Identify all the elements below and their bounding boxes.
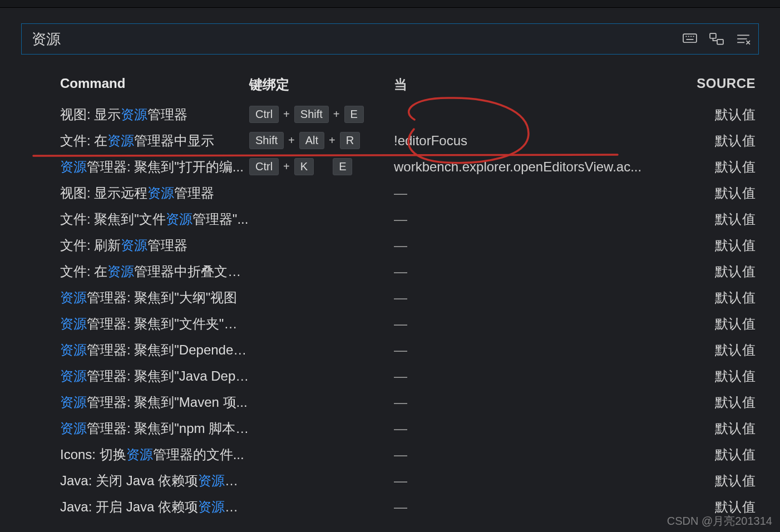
source-cell: 默认值 [667,446,759,464]
when-cell: — [394,264,667,279]
source-cell: 默认值 [667,472,759,490]
source-cell: 默认值 [667,393,759,411]
command-cell: 资源管理器: 聚焦到"npm 脚本"... [21,420,249,437]
when-cell: — [394,185,667,201]
command-cell: 资源管理器: 聚焦到"Java Depe... [21,367,249,385]
key-cap: E [344,106,364,123]
when-cell: workbench.explorer.openEditorsView.ac... [394,159,667,175]
when-cell: !editorFocus [394,133,667,149]
svg-rect-6 [710,33,716,38]
sort-precedence-icon[interactable] [709,33,724,45]
keybinding-search-box[interactable]: 资源 [21,23,759,55]
table-row[interactable]: 资源管理器: 聚焦到"Maven 项...—默认值 [21,389,759,415]
key-cap: K [294,158,314,175]
command-cell: 视图: 显示资源管理器 [21,106,249,124]
when-cell: — [394,211,667,227]
source-cell: 默认值 [667,132,759,150]
command-cell: 资源管理器: 聚焦到"大纲"视图 [21,289,249,307]
command-cell: 资源管理器: 聚焦到"Dependen... [21,341,249,359]
table-row[interactable]: 文件: 在资源管理器中显示Shift+Alt+R!editorFocus默认值 [21,127,759,154]
source-cell: 默认值 [667,341,759,359]
table-row[interactable]: 文件: 聚焦到"文件资源管理器"...—默认值 [21,206,759,232]
command-cell: 文件: 在资源管理器中显示 [21,132,249,150]
table-row[interactable]: 资源管理器: 聚焦到"Dependen...—默认值 [21,337,759,363]
record-keys-icon[interactable] [683,33,697,45]
when-cell: — [394,499,667,515]
header-command[interactable]: Command [21,76,249,93]
when-cell: — [394,368,667,384]
command-cell: Java: 开启 Java 依赖项资源管... [21,498,249,516]
command-cell: 资源管理器: 聚焦到"Maven 项... [21,393,249,411]
when-cell: — [394,342,667,358]
source-cell: 默认值 [667,237,759,254]
table-row[interactable]: 资源管理器: 聚焦到"大纲"视图—默认值 [21,284,759,311]
command-cell: 资源管理器: 聚焦到"打开的编... [21,158,249,176]
table-body: 视图: 显示资源管理器Ctrl+Shift+E默认值文件: 在资源管理器中显示S… [21,101,759,520]
command-cell: 文件: 聚焦到"文件资源管理器"... [21,210,249,228]
when-cell: — [394,316,667,332]
table-row[interactable]: 视图: 显示远程资源管理器—默认值 [21,180,759,206]
key-cap: Shift [249,132,284,149]
keybinding-cell: Shift+Alt+R [249,132,394,149]
source-cell: 默认值 [667,498,759,516]
table-row[interactable]: 资源管理器: 聚焦到"Java Depe...—默认值 [21,363,759,389]
when-cell: — [394,290,667,306]
command-cell: 视图: 显示远程资源管理器 [21,184,249,202]
key-cap: R [340,132,360,149]
header-when[interactable]: 当 [394,76,667,93]
source-cell: 默认值 [667,106,759,124]
source-cell: 默认值 [667,289,759,307]
table-row[interactable]: 资源管理器: 聚焦到"文件夹"视图—默认值 [21,311,759,337]
header-keybinding[interactable]: 键绑定 [249,76,394,93]
table-row[interactable]: 资源管理器: 聚焦到"打开的编...Ctrl+KEworkbench.explo… [21,154,759,180]
key-cap: Shift [294,106,329,123]
search-input-value[interactable]: 资源 [32,29,672,49]
source-cell: 默认值 [667,184,759,202]
table-row[interactable]: Icons: 切换资源管理器的文件...—默认值 [21,441,759,467]
table-row[interactable]: 资源管理器: 聚焦到"npm 脚本"...—默认值 [21,415,759,441]
keybinding-cell: Ctrl+KE [249,158,394,175]
table-row[interactable]: Java: 开启 Java 依赖项资源管...—默认值 [21,494,759,520]
key-cap: Ctrl [249,158,279,175]
key-cap: Alt [299,132,324,149]
when-cell: — [394,447,667,462]
command-cell: 文件: 刷新资源管理器 [21,237,249,254]
keybinding-cell: Ctrl+Shift+E [249,106,394,123]
source-cell: 默认值 [667,420,759,437]
svg-rect-0 [683,34,697,42]
when-cell: — [394,421,667,436]
keybindings-table: Command 键绑定 当 SOURCE 视图: 显示资源管理器Ctrl+Shi… [21,71,759,520]
source-cell: 默认值 [667,367,759,385]
table-row[interactable]: 文件: 刷新资源管理器—默认值 [21,232,759,258]
key-cap: E [333,158,352,175]
search-action-icons [672,33,751,45]
when-cell: — [394,238,667,253]
when-cell: — [394,395,667,410]
source-cell: 默认值 [667,263,759,280]
source-cell: 默认值 [667,315,759,333]
command-cell: 文件: 在资源管理器中折叠文件... [21,263,249,280]
table-row[interactable]: Java: 关闭 Java 依赖项资源管...—默认值 [21,467,759,494]
key-cap: Ctrl [249,106,279,123]
when-cell: — [394,473,667,489]
table-row[interactable]: 文件: 在资源管理器中折叠文件...—默认值 [21,258,759,284]
header-source[interactable]: SOURCE [667,76,759,93]
table-row[interactable]: 视图: 显示资源管理器Ctrl+Shift+E默认值 [21,101,759,127]
watermark-text: CSDN @月亮201314 [667,514,772,529]
svg-rect-7 [717,40,723,45]
command-cell: Icons: 切换资源管理器的文件... [21,446,249,464]
clear-search-icon[interactable] [736,33,751,45]
source-cell: 默认值 [667,210,759,228]
command-cell: 资源管理器: 聚焦到"文件夹"视图 [21,315,249,333]
command-cell: Java: 关闭 Java 依赖项资源管... [21,472,249,490]
source-cell: 默认值 [667,158,759,176]
table-header: Command 键绑定 当 SOURCE [21,71,759,101]
window-top-strip [0,0,780,8]
